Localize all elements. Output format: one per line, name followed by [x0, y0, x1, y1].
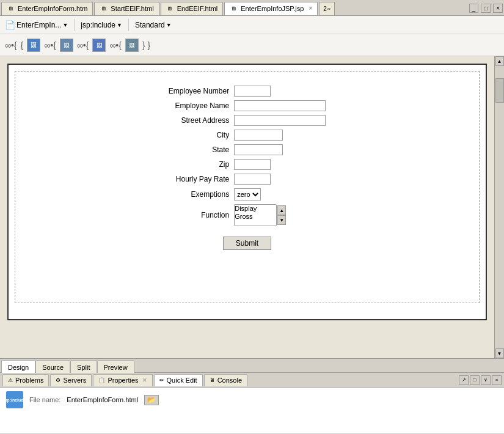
field-input-state[interactable] — [232, 142, 328, 157]
file-name-value: EnterEmpInfoForm.html — [67, 396, 138, 403]
properties-icon: 📋 — [98, 377, 105, 383]
palette-item-1[interactable]: 🖼 — [27, 39, 40, 52]
panel-info: File name: EnterEmpInfoForm.html 📂 — [29, 395, 159, 405]
html-file-icon-2: 🗎 — [100, 4, 108, 13]
vertical-scrollbar[interactable]: ▲ ▼ — [494, 56, 504, 358]
table-row: State — [166, 142, 328, 157]
field-input-city[interactable] — [232, 128, 328, 142]
listbox-arrows: ▲ ▼ — [277, 205, 286, 225]
listbox-down-arrow[interactable]: ▼ — [277, 215, 286, 225]
window-close-btn[interactable]: × — [493, 4, 503, 13]
hourly-pay-rate-input[interactable] — [234, 174, 271, 185]
file-name-label: File name: — [29, 396, 60, 403]
form-outer-container: Employee Number Employee Name Street Add… — [7, 64, 487, 320]
table-row: Exemptions zero one two — [166, 186, 328, 202]
tab-starteeif[interactable]: 🗎 StartEEIF.html — [94, 2, 159, 15]
preview-tab[interactable]: Preview — [97, 360, 134, 373]
panel-actions: ↗ □ ∨ × — [459, 375, 502, 385]
brace-mid-icon-2: ∞•{ — [77, 40, 89, 50]
tab-overflow[interactable]: 2 ›› — [319, 2, 335, 15]
properties-tab[interactable]: 📋 Properties ✕ — [93, 374, 152, 386]
table-row: Employee Name — [166, 98, 328, 113]
tab-label-3: EndEEIF.html — [177, 5, 218, 12]
street-address-input[interactable] — [234, 115, 326, 126]
field-input-hourly-pay-rate[interactable] — [232, 172, 328, 186]
toolbar-separator-2 — [128, 19, 129, 31]
console-tab[interactable]: 🖥 Console — [204, 374, 247, 386]
html-file-icon-3: 🗎 — [166, 4, 175, 13]
include-dropdown[interactable]: jsp:include ▼ — [81, 21, 122, 29]
scroll-down-arrow[interactable]: ▼ — [495, 348, 504, 358]
browse-button[interactable]: 📂 — [144, 395, 159, 405]
design-tab-label: Design — [8, 364, 29, 371]
listbox-wrap: Display Gross ▲ ▼ — [234, 204, 326, 226]
tab-enterempinfoform[interactable]: 🗎 EnterEmpInfoForm.htm — [1, 2, 93, 15]
panel-tabs: ⚠ Problems ⚙ Servers 📋 Properties ✕ ✏ Qu… — [0, 373, 504, 388]
include-dropdown-arrow-icon: ▼ — [117, 22, 122, 28]
window-minimize-btn[interactable]: _ — [469, 4, 479, 13]
field-input-street-address[interactable] — [232, 113, 328, 128]
close-panel-btn[interactable]: × — [492, 375, 502, 385]
employee-number-input[interactable] — [234, 86, 271, 97]
jsp-include-icon-text: jsp:include — [3, 397, 27, 403]
problems-tab-label: Problems — [15, 377, 43, 384]
design-content: Employee Number Employee Name Street Add… — [0, 56, 494, 358]
zip-input[interactable] — [234, 159, 271, 170]
field-label-city: City — [166, 128, 232, 142]
quick-edit-tab-label: Quick Edit — [167, 377, 197, 384]
palette-item-4[interactable]: 🖼 — [125, 39, 139, 52]
file-dropdown[interactable]: 📄 EnterEmpIn... — [5, 20, 68, 30]
table-row: Street Address — [166, 113, 328, 128]
standard-dropdown[interactable]: Standard ▼ — [135, 21, 172, 29]
state-input[interactable] — [234, 144, 283, 155]
field-input-employee-name[interactable] — [232, 98, 328, 113]
quick-edit-icon: ✏ — [159, 377, 164, 383]
employee-name-input[interactable] — [234, 100, 326, 111]
field-label-street-address: Street Address — [166, 113, 232, 128]
maximize-panel-btn[interactable]: □ — [470, 375, 480, 385]
tab-close-icon[interactable]: × — [309, 5, 312, 12]
exemptions-select[interactable]: zero one two — [234, 188, 261, 200]
tab-bar: 🗎 EnterEmpInfoForm.htm 🗎 StartEEIF.html … — [0, 0, 504, 16]
servers-tab[interactable]: ⚙ Servers — [50, 374, 92, 386]
scroll-up-arrow[interactable]: ▲ — [495, 56, 504, 66]
tab-endeeif[interactable]: 🗎 EndEEIF.html — [161, 2, 224, 15]
field-select-exemptions[interactable]: zero one two — [232, 186, 328, 202]
field-label-hourly-pay-rate: Hourly Pay Rate — [166, 172, 232, 186]
include-label: jsp:include — [81, 21, 115, 29]
jsp-include-icon: jsp:include — [6, 391, 23, 408]
tab-label-2: StartEEIF.html — [111, 5, 153, 12]
function-listbox[interactable]: Display Gross — [234, 204, 277, 226]
problems-tab[interactable]: ⚠ Problems — [2, 374, 49, 386]
source-tab[interactable]: Source — [35, 360, 70, 373]
city-input[interactable] — [234, 130, 283, 141]
html-file-icon: 🗎 — [7, 4, 15, 13]
palette-item-2[interactable]: 🖼 — [60, 39, 73, 52]
split-tab[interactable]: Split — [70, 360, 97, 373]
servers-tab-label: Servers — [63, 377, 86, 384]
dropdown-arrow-icon — [62, 22, 68, 28]
scroll-thumb[interactable] — [495, 78, 504, 103]
brace-open-icon-2: { — [21, 40, 24, 50]
field-input-zip[interactable] — [232, 157, 328, 172]
field-label-zip: Zip — [166, 157, 232, 172]
open-panel-btn[interactable]: ↗ — [459, 375, 469, 385]
console-tab-label: Console — [217, 377, 242, 384]
quick-edit-tab[interactable]: ✏ Quick Edit — [154, 374, 203, 386]
split-tab-label: Split — [77, 364, 90, 371]
window-maximize-btn[interactable]: □ — [481, 4, 491, 13]
brace-close-icon: } } — [142, 40, 150, 50]
design-tab[interactable]: Design — [1, 360, 35, 373]
listbox-up-arrow[interactable]: ▲ — [277, 205, 286, 215]
toolbar: 📄 EnterEmpIn... jsp:include ▼ Standard ▼ — [0, 16, 504, 34]
field-listbox-function[interactable]: Display Gross ▲ ▼ — [232, 202, 328, 228]
submit-button[interactable]: Submit — [223, 237, 271, 250]
jsp-file-icon: 🗎 — [230, 4, 238, 13]
tab-label: EnterEmpInfoForm.htm — [18, 5, 87, 12]
field-label-employee-number: Employee Number — [166, 84, 232, 98]
palette-item-3[interactable]: 🖼 — [92, 39, 106, 52]
field-input-employee-number[interactable] — [232, 84, 328, 98]
tab-enterempinfojsp[interactable]: 🗎 EnterEmpInfoJSP.jsp × — [224, 2, 318, 15]
standard-dropdown-arrow-icon: ▼ — [166, 22, 172, 28]
minimize-panel-btn[interactable]: ∨ — [481, 375, 491, 385]
